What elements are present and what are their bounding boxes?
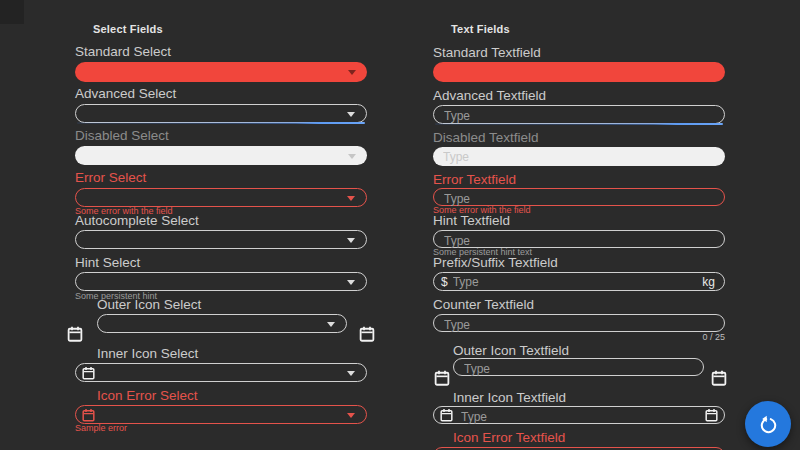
chevron-down-icon [347,238,355,243]
select-fields-section-title: Select Fields [93,23,163,35]
autocomplete-select-label: Autocomplete Select [75,213,199,228]
disabled-select-field [75,146,367,165]
disabled-textfield-label: Disabled Textfield [433,130,539,145]
error-select-field[interactable] [75,188,367,207]
text-fields-section-title: Text Fields [451,23,510,35]
chevron-down-icon [348,154,356,159]
form-demo-screen: Select Fields Standard Select Advanced S… [0,0,800,450]
advanced-select-field[interactable] [75,104,367,123]
calendar-icon [439,408,454,423]
focus-underline [435,123,723,125]
standard-textfield-label: Standard Textfield [433,45,541,60]
focus-underline [77,122,365,124]
inner-icon-textfield[interactable] [433,406,725,424]
prefix-text: $ [434,275,448,289]
icon-error-select-label: Icon Error Select [97,388,198,403]
icon-error-select-error-text: Sample error [75,423,127,433]
outer-icon-select-label: Outer Icon Select [97,297,201,312]
chevron-down-icon [347,371,355,376]
hint-textfield-label: Hint Textfield [433,213,510,228]
counter-textfield-input[interactable] [434,317,724,333]
window-corner-square [0,0,24,24]
hint-select-label: Hint Select [75,255,140,270]
icon-error-select-field[interactable] [75,405,367,424]
chevron-down-icon [347,196,355,201]
suffix-text: kg [702,275,724,289]
standard-textfield[interactable] [433,62,725,82]
disabled-select-label: Disabled Select [75,128,169,143]
prefix-suffix-textfield[interactable]: $ kg [433,272,725,291]
advanced-textfield-label: Advanced Textfield [433,88,546,103]
outer-icon-textfield[interactable] [453,358,704,376]
chevron-down-icon [347,413,355,418]
calendar-icon [704,408,719,423]
advanced-select-label: Advanced Select [75,86,176,101]
inner-icon-textfield-label: Inner Icon Textfield [453,390,566,405]
inner-icon-textfield-input[interactable] [434,409,724,425]
calendar-icon [710,369,728,387]
autocomplete-select-field[interactable] [75,230,367,249]
hint-textfield[interactable] [433,230,725,248]
disabled-textfield-input [433,148,725,167]
counter-textfield-label: Counter Textfield [433,297,534,312]
reset-fab-button[interactable] [745,401,791,447]
advanced-textfield[interactable] [433,105,725,124]
calendar-icon [81,407,96,422]
outer-icon-select-field[interactable] [97,314,347,333]
hint-select-field[interactable] [75,272,367,291]
prefix-suffix-textfield-input[interactable] [448,273,703,290]
error-select-label: Error Select [75,170,146,185]
prefix-suffix-textfield-label: Prefix/Suffix Textfield [433,255,558,270]
calendar-icon [358,325,376,343]
icon-error-textfield-label: Icon Error Textfield [453,430,565,445]
chevron-down-icon [347,112,355,117]
inner-icon-select-label: Inner Icon Select [97,346,198,361]
error-textfield[interactable] [433,188,725,206]
outer-icon-textfield-input[interactable] [454,361,703,377]
outer-icon-textfield-label: Outer Icon Textfield [453,343,569,358]
chevron-down-icon [347,280,355,285]
character-counter: 0 / 25 [433,332,725,342]
standard-select-label: Standard Select [75,44,171,59]
chevron-down-icon [327,322,335,327]
calendar-icon [66,325,84,343]
standard-select-field[interactable] [75,62,367,82]
error-textfield-label: Error Textfield [433,172,516,187]
calendar-icon [433,369,451,387]
chevron-down-icon [348,70,356,75]
reset-undo-icon [757,413,780,436]
advanced-textfield-input[interactable] [434,108,724,125]
disabled-textfield [433,147,725,166]
inner-icon-select-field[interactable] [75,363,367,382]
counter-textfield[interactable] [433,314,725,332]
calendar-icon [81,365,96,380]
